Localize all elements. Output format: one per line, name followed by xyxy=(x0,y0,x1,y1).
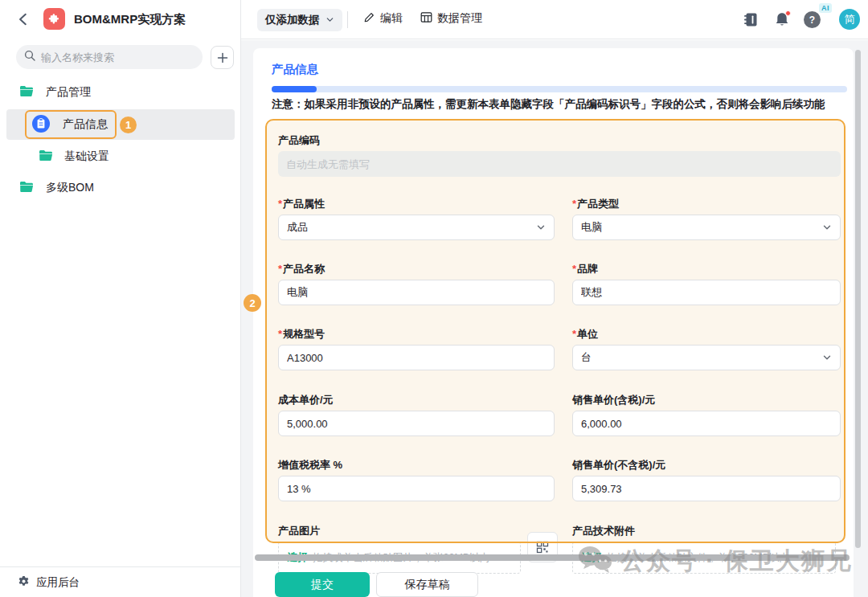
form-progress-fill xyxy=(272,86,317,92)
product-type-value: 电脑 xyxy=(581,220,602,235)
submit-button[interactable]: 提交 xyxy=(275,572,370,597)
data-manage-button[interactable]: 数据管理 xyxy=(420,11,482,26)
product-attr-value: 成品 xyxy=(287,220,308,235)
unit-select[interactable]: 台 xyxy=(572,345,841,370)
mode-dropdown-button[interactable]: 仅添加数据 xyxy=(257,9,342,31)
app-title: BOM&MRP实现方案 xyxy=(74,12,186,27)
mode-dropdown-label: 仅添加数据 xyxy=(265,13,320,27)
form-notice: 注意：如果采用非预设的产品属性，需更新本表单隐藏字段「产品编码标识号」字段的公式… xyxy=(272,97,850,112)
chevron-down-icon xyxy=(536,223,546,232)
cost-price-input[interactable] xyxy=(278,411,555,436)
sale-price-tax-input[interactable] xyxy=(572,411,841,436)
spec-model-label: 规格型号 xyxy=(278,327,555,341)
notebook-panel-icon[interactable] xyxy=(743,12,758,31)
search-input[interactable] xyxy=(41,51,186,63)
edit-label: 编辑 xyxy=(380,11,403,26)
language-toggle-button[interactable]: 简 xyxy=(839,9,860,30)
product-code-input xyxy=(278,151,841,177)
form-card: 产品信息 注意：如果采用非预设的产品属性，需更新本表单隐藏字段「产品编码标识号」… xyxy=(253,48,854,597)
sidebar-item-label: 基础设置 xyxy=(64,149,109,164)
chevron-down-icon xyxy=(326,14,334,27)
ai-badge: AI xyxy=(819,3,832,13)
chevron-down-icon xyxy=(822,223,832,232)
product-attr-select[interactable]: 成品 xyxy=(278,215,555,240)
main-toolbar: 仅添加数据 编辑 数据管理 ? AI 简 xyxy=(241,0,868,39)
horizontal-scrollbar[interactable] xyxy=(255,554,850,561)
notification-bell-icon[interactable] xyxy=(775,12,789,27)
search-icon xyxy=(24,50,35,64)
add-button[interactable] xyxy=(211,46,234,69)
gear-icon xyxy=(18,575,30,590)
cost-price-label: 成本单价/元 xyxy=(278,393,555,407)
folder-icon xyxy=(19,181,34,195)
sale-price-no-tax-label: 销售单价(不含税)/元 xyxy=(572,458,841,472)
notification-dot xyxy=(785,10,791,16)
product-attr-label: 产品属性 xyxy=(278,197,555,211)
product-name-input[interactable] xyxy=(278,280,555,305)
brand-label: 品牌 xyxy=(572,262,841,276)
table-icon xyxy=(420,11,432,26)
tech-attachment-label: 产品技术附件 xyxy=(572,524,836,538)
sidebar-item-label: 产品信息 xyxy=(63,117,108,132)
app-backend-label: 应用后台 xyxy=(36,575,80,590)
data-manage-label: 数据管理 xyxy=(437,11,482,26)
sidebar-item-product-manage[interactable]: 产品管理 xyxy=(19,80,91,104)
form-progress-track xyxy=(272,86,847,92)
qr-grid-icon xyxy=(536,541,549,554)
product-type-select[interactable]: 电脑 xyxy=(572,215,841,240)
annotation-badge-2: 2 xyxy=(244,294,261,312)
spec-model-input[interactable] xyxy=(278,345,555,370)
clipboard-icon xyxy=(32,115,50,135)
vertical-scrollbar[interactable] xyxy=(855,50,861,548)
sidebar-item-label: 产品管理 xyxy=(46,85,91,100)
edit-button[interactable]: 编辑 xyxy=(363,11,403,26)
unit-value: 台 xyxy=(581,350,592,365)
product-code-label: 产品编码 xyxy=(278,133,841,147)
sidebar-item-multilevel-bom[interactable]: 多级BOM xyxy=(19,175,94,201)
product-type-label: 产品类型 xyxy=(572,197,841,211)
folder-icon xyxy=(39,149,53,164)
sidebar: BOM&MRP实现方案 产品管理 产品信息 基础设置 多级BOM xyxy=(0,0,241,597)
app-backend-button[interactable]: 应用后台 xyxy=(0,566,240,597)
folder-icon xyxy=(19,85,34,100)
sidebar-item-label: 多级BOM xyxy=(46,181,94,195)
product-image-label: 产品图片 xyxy=(278,524,521,538)
brand-input[interactable] xyxy=(572,280,841,305)
sale-price-tax-label: 销售单价(含税)/元 xyxy=(572,393,841,407)
sidebar-item-basic-settings[interactable]: 基础设置 xyxy=(39,144,109,170)
product-name-label: 产品名称 xyxy=(278,262,555,276)
form-title: 产品信息 xyxy=(272,62,318,77)
vat-rate-label: 增值税税率 % xyxy=(278,458,555,472)
toolbar-divider xyxy=(347,11,348,28)
chevron-down-icon xyxy=(822,353,832,362)
help-question-mark: ? xyxy=(809,14,815,26)
pencil-icon xyxy=(363,11,375,26)
unit-label: 单位 xyxy=(572,327,841,341)
language-label: 简 xyxy=(845,12,855,27)
annotation-badge-1: 1 xyxy=(120,117,137,133)
app-logo-icon xyxy=(43,8,65,30)
back-icon[interactable] xyxy=(16,12,31,27)
save-draft-button[interactable]: 保存草稿 xyxy=(376,572,478,597)
search-box[interactable] xyxy=(16,45,203,69)
sidebar-item-product-info[interactable]: 产品信息 xyxy=(32,109,108,140)
sidebar-header: BOM&MRP实现方案 xyxy=(0,0,241,39)
help-icon[interactable]: ? xyxy=(804,11,821,28)
vat-rate-input[interactable] xyxy=(278,476,555,501)
sale-price-no-tax-input[interactable] xyxy=(572,476,841,501)
